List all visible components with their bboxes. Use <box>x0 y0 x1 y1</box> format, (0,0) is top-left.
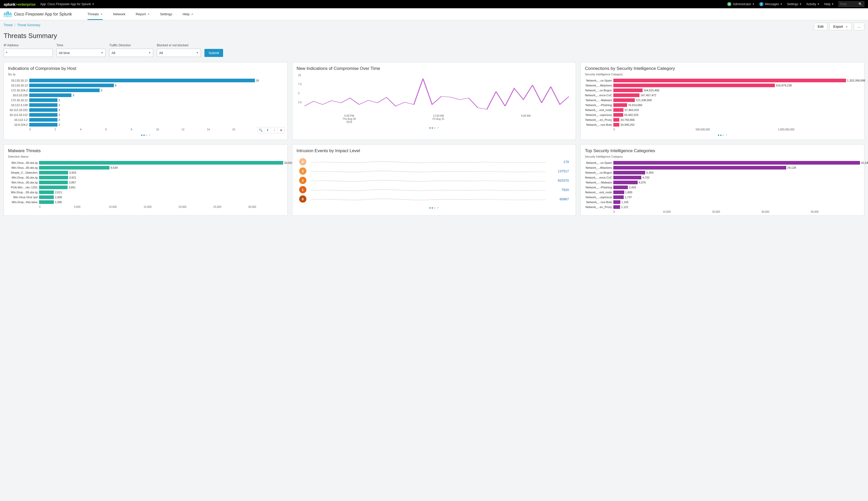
blocked-value: All <box>159 51 163 55</box>
direction-select[interactable]: All ▼ <box>109 49 153 57</box>
splunk-logo[interactable]: splunk > enterprise <box>4 2 35 7</box>
bar-row[interactable]: Network_...nce-Bots1,165 <box>585 200 860 204</box>
app-nav: CISCO Cisco Firepower App for Splunk Thr… <box>0 8 868 20</box>
activity-label: Activity <box>806 2 816 6</box>
submit-button[interactable]: Submit <box>204 49 223 57</box>
find-input[interactable] <box>840 2 858 6</box>
bar-row[interactable]: 10.112.1.22 <box>8 117 283 122</box>
bar-fill <box>39 181 68 184</box>
bar-row[interactable]: Network_...-Phishing76,914,060 <box>585 103 860 107</box>
bar-category: Simple_C...Detection <box>8 171 39 174</box>
bar-row[interactable]: Network_...ce-Bogon5,359 <box>585 170 860 175</box>
bar-value: 5,359 <box>645 171 653 174</box>
bar-row[interactable]: Win.Drop...00.sbx.tg3,921 <box>8 175 283 180</box>
global-find[interactable]: 🔍 <box>838 1 864 7</box>
search-icon[interactable]: 🔍 <box>257 127 264 133</box>
nav-tab-settings[interactable]: Settings <box>160 8 172 20</box>
bar-row[interactable]: PUA.Win....oto::12013,851 <box>8 185 283 190</box>
page-title: Threats Summary <box>4 32 864 40</box>
bar-row[interactable]: Network_...en_Proxy33,750,666 <box>585 117 860 122</box>
activity-menu[interactable]: Activity ▼ <box>806 2 819 6</box>
bar-row[interactable]: 10.112.3.1282 <box>8 103 283 107</box>
bar-row[interactable]: Network_...-Phishing2,433 <box>585 185 860 190</box>
download-icon[interactable]: ⬇ <box>264 127 271 133</box>
bar-row[interactable]: Network_...-Malware121,336,509 <box>585 98 860 103</box>
bar-row[interactable]: 10.112.10.2222 <box>8 107 283 112</box>
bar-row[interactable]: Network_...uspicious55,402,525 <box>585 112 860 117</box>
global-topbar: splunk > enterprise App: Cisco Firepower… <box>0 0 868 8</box>
bar-row[interactable]: Network_...ence-CnC4,702 <box>585 175 860 180</box>
bar-fill <box>613 79 846 82</box>
settings-label: Settings <box>787 2 798 6</box>
nav-tab-help[interactable]: Help▼ <box>182 8 193 20</box>
bar-category: Network_...uspicious <box>585 113 613 116</box>
panel-pager[interactable]: ↗ <box>297 124 572 130</box>
impact-row[interactable]: 17920 <box>299 185 569 194</box>
ip-input[interactable] <box>4 49 53 57</box>
export-button[interactable]: Export ▼ <box>829 23 852 30</box>
chart-top-si[interactable]: Network_...ce-Spam41,542Network_...Attac… <box>585 160 860 209</box>
impact-row[interactable]: 4179 <box>299 157 569 167</box>
bar-row[interactable]: Network_...nce-Bots33,490,262 <box>585 122 860 127</box>
direction-label: Traffic Direction <box>109 43 153 47</box>
nav-tab-network[interactable]: Network <box>113 8 126 20</box>
user-menu[interactable]: H Administrator ▼ <box>727 2 755 6</box>
more-button[interactable]: ... <box>854 23 864 30</box>
bar-category: Network_...en_Proxy <box>585 118 613 121</box>
time-select[interactable]: All time ▼ <box>56 49 106 57</box>
impact-row[interactable]: 2920370 <box>299 176 569 185</box>
bar-row[interactable]: Network_...ce-Spam41,542 <box>585 160 860 165</box>
bar-value: 1,165 <box>620 200 629 204</box>
bar-row[interactable]: Win.Drop...:95.sbx.tg2,011 <box>8 190 283 195</box>
bar-row[interactable]: Win.Virus...00.sbx.tg3,897 <box>8 180 283 185</box>
chart-ioc-time[interactable]: 107.552.5 <box>297 73 572 113</box>
impact-row[interactable]: 3137517 <box>299 167 569 176</box>
bar-row[interactable]: 172.16.10.112 <box>8 98 283 103</box>
bar-row[interactable]: 172.16.224.25 <box>8 88 283 93</box>
bar-category: 10.110.10.12 <box>8 84 29 87</box>
search-icon[interactable]: 🔍 <box>858 2 862 6</box>
panel-pager[interactable]: ↗ <box>297 204 572 210</box>
bar-row[interactable]: 10.112.10.1122 <box>8 112 283 117</box>
bar-row[interactable]: Simple_C...Detection3,925 <box>8 170 283 175</box>
breadcrumb-threat[interactable]: Threat <box>4 23 13 27</box>
bar-row[interactable]: Network_...Attackers916,879,238 <box>585 83 860 88</box>
bar-row[interactable]: Network_...uspicious1,737 <box>585 195 860 200</box>
messages-menu[interactable]: 2 Messages ▼ <box>759 2 783 6</box>
bar-row[interactable]: Network_...ce-Bogon164,915,466 <box>585 88 860 93</box>
nav-tab-threats[interactable]: Threats▼ <box>87 8 103 20</box>
bar-row[interactable]: Win.Drop...ther.talos1,995 <box>8 200 283 204</box>
breadcrumb-summary[interactable]: Threat Summary <box>17 23 40 27</box>
bar-row[interactable]: Network_...exit_node57,483,419 <box>585 107 860 112</box>
bar-row[interactable]: Network_...-Malware4,076 <box>585 180 860 185</box>
chart-malware[interactable]: Win.Virus...00.sbx.tg33,018Win.Virus...0… <box>8 160 283 204</box>
edit-button[interactable]: Edit <box>814 23 827 30</box>
chart-impact[interactable]: 41793137517292037017920060867 <box>297 155 572 204</box>
bar-row[interactable]: Win.Virus...00.sbx.tg9,534 <box>8 165 283 170</box>
panel-pager[interactable]: ↗ <box>585 131 860 137</box>
bar-row[interactable]: Win.Virus.Virut::tpd2,000 <box>8 195 283 200</box>
help-menu[interactable]: Help ▼ <box>824 2 834 6</box>
blocked-select[interactable]: All ▼ <box>157 49 201 57</box>
bar-row[interactable]: 10.0.10.2283 <box>8 93 283 98</box>
chart-ioc-host[interactable]: 10.110.10.111610.110.10.126172.16.224.25… <box>8 78 283 127</box>
bar-row[interactable]: Network_...exit_node1,800 <box>585 190 860 195</box>
blocked-label: Blocked or not blocked <box>157 43 201 47</box>
bar-row[interactable]: 10.110.10.126 <box>8 83 283 88</box>
app-selector[interactable]: App: Cisco Firepower App for Splunk ▼ <box>40 2 94 6</box>
bar-row[interactable]: Network_...ce-Spam1,320,398,898 <box>585 78 860 83</box>
bar-row[interactable]: Network_...ence-CnC147,457,472 <box>585 93 860 98</box>
panel-pager[interactable]: ↗ <box>8 131 283 137</box>
axis-tick: 12 <box>181 128 207 131</box>
settings-menu[interactable]: Settings ▼ <box>787 2 802 6</box>
bar-row[interactable]: 10.110.10.1116 <box>8 78 283 83</box>
bar-row[interactable]: Network_...Attackers29,128 <box>585 165 860 170</box>
stop-icon[interactable]: ■ <box>278 127 285 133</box>
impact-row[interactable]: 060867 <box>299 194 569 204</box>
nav-tab-report[interactable]: Report▼ <box>136 8 150 20</box>
bar-row[interactable]: 10.0.224.22 <box>8 122 283 127</box>
bar-row[interactable]: Win.Virus...00.sbx.tg33,018 <box>8 160 283 165</box>
bar-row[interactable]: Network_...en_Proxy1,122 <box>585 204 860 209</box>
chart-conn-cat[interactable]: Network_...ce-Spam1,320,398,898Network_.… <box>585 78 860 127</box>
info-icon[interactable]: i <box>271 127 278 133</box>
